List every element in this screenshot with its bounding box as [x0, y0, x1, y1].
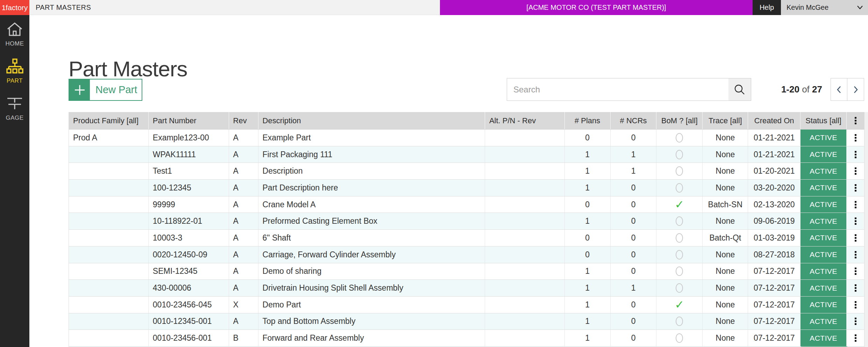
cell-trace: None [703, 247, 748, 263]
cell-part-number: WPAK11111 [149, 146, 229, 163]
cell-rev: A [229, 313, 258, 330]
column-header-trace[interactable]: Trace [all] [703, 112, 748, 129]
cell-created-on: 02-13-2020 [748, 196, 801, 213]
column-header-plans[interactable]: # Plans [565, 112, 611, 129]
cell-trace: None [703, 130, 748, 146]
row-menu-button[interactable] [847, 213, 864, 229]
column-header-created-on[interactable]: Created On [748, 112, 801, 129]
cell-part-number: Example123-00 [149, 130, 229, 146]
kebab-icon [855, 284, 856, 292]
cell-status: ACTIVE [801, 280, 847, 296]
bom-empty-circle-icon [676, 166, 683, 176]
column-header-description[interactable]: Description [258, 112, 485, 129]
table-row[interactable]: Test1 A Description 1 1 None 01-20-2021 … [69, 163, 864, 180]
cell-trace: None [703, 213, 748, 229]
cell-trace: None [703, 180, 748, 196]
cell-bom [656, 263, 703, 280]
column-header-status[interactable]: Status [all] [801, 112, 847, 129]
cell-plans: 0 [565, 130, 611, 146]
cell-product-family [69, 180, 149, 196]
search-input[interactable] [507, 78, 728, 100]
row-menu-button[interactable] [847, 280, 864, 296]
row-menu-button[interactable] [847, 196, 864, 213]
kebab-icon [855, 268, 856, 275]
cell-created-on: 09-06-2019 [748, 213, 801, 229]
table-row[interactable]: 10003-3 A 6" Shaft 0 0 Batch-Qt 01-03-20… [69, 230, 864, 247]
cell-product-family [69, 196, 149, 213]
column-header-product-family[interactable]: Product Family [all] [69, 112, 149, 129]
cell-bom [656, 163, 703, 179]
vertical-scrollbar[interactable] [865, 112, 868, 347]
column-header-alt-pn[interactable]: Alt. P/N - Rev [485, 112, 565, 129]
kebab-icon [855, 318, 856, 325]
row-menu-button[interactable] [847, 297, 864, 313]
cell-plans: 1 [565, 313, 611, 330]
main-content: Part Masters New Part 1-20 of 27 [29, 15, 868, 347]
sidebar-item-part[interactable]: PART [0, 58, 29, 84]
cell-trace: None [703, 330, 748, 346]
cell-bom: ✓ [656, 297, 703, 313]
cell-plans: 0 [565, 230, 611, 246]
gage-caliper-icon [6, 95, 23, 112]
cell-ncrs: 0 [611, 247, 657, 263]
cell-product-family [69, 330, 149, 346]
row-menu-button[interactable] [847, 313, 864, 330]
table-row[interactable]: 0010-23456-001 B Forward and Rear Assemb… [69, 330, 864, 347]
table-row[interactable]: 100-12345 A Part Description here 1 0 No… [69, 180, 864, 196]
new-part-button[interactable]: New Part [69, 79, 142, 101]
sidebar-item-gage[interactable]: GAGE [0, 95, 29, 122]
row-menu-button[interactable] [847, 146, 864, 163]
part-masters-page: 1factory PART MASTERS [ACME MOTOR CO (TE… [0, 0, 868, 347]
column-header-menu[interactable] [847, 112, 864, 129]
row-menu-button[interactable] [847, 230, 864, 246]
table-row[interactable]: 10-118922-01 A Preformed Casting Element… [69, 213, 864, 230]
row-menu-button[interactable] [847, 330, 864, 346]
cell-ncrs: 0 [611, 130, 657, 146]
cell-rev: A [229, 163, 258, 179]
table-row[interactable]: 0020-12450-09 A Carriage, Forward Cylind… [69, 247, 864, 263]
column-header-part-number[interactable]: Part Number [149, 112, 229, 129]
cell-plans: 1 [565, 297, 611, 313]
row-menu-button[interactable] [847, 180, 864, 196]
row-menu-button[interactable] [847, 163, 864, 179]
cell-ncrs: 0 [611, 213, 657, 229]
search-button[interactable] [728, 78, 751, 100]
cell-ncrs: 0 [611, 180, 657, 196]
help-button[interactable]: Help [753, 0, 781, 15]
table-row[interactable]: 99999 A Crane Model A 0 0 ✓ Batch-SN 02-… [69, 196, 864, 213]
table-row[interactable]: 0010-23456-045 X Demo Part 1 0 ✓ None 07… [69, 297, 864, 313]
cell-part-number: 0010-23456-045 [149, 297, 229, 313]
status-badge: ACTIVE [801, 297, 846, 313]
cell-created-on: 07-12-2017 [748, 330, 801, 346]
cell-created-on: 01-20-2021 [748, 163, 801, 179]
cell-bom [656, 130, 703, 146]
cell-bom [656, 180, 703, 196]
status-badge: ACTIVE [801, 163, 846, 179]
cell-trace: None [703, 263, 748, 280]
column-header-ncrs[interactable]: # NCRs [611, 112, 657, 129]
table-row[interactable]: 430-00006 A Drivetrain Housing Split She… [69, 280, 864, 297]
cell-bom [656, 280, 703, 296]
table-row[interactable]: Prod A Example123-00 A Example Part 0 0 … [69, 130, 864, 146]
cell-bom [656, 330, 703, 346]
prev-page-button[interactable] [831, 78, 847, 101]
cell-bom [656, 313, 703, 330]
row-menu-button[interactable] [847, 263, 864, 280]
status-badge: ACTIVE [801, 146, 846, 163]
cell-alt-pn [485, 196, 565, 213]
sidebar-item-home[interactable]: HOME [0, 21, 29, 47]
table-row[interactable]: SEMI-12345 A Demo of sharing 1 0 None 07… [69, 263, 864, 280]
column-header-rev[interactable]: Rev [229, 112, 258, 129]
cell-part-number: 0010-12345-001 [149, 313, 229, 330]
bom-check-icon: ✓ [675, 199, 684, 210]
row-menu-button[interactable] [847, 247, 864, 263]
cell-product-family [69, 213, 149, 229]
user-menu[interactable]: Kevin McGee [781, 0, 868, 15]
cell-description: Drivetrain Housing Split Shell Assembly [258, 280, 485, 296]
bom-empty-circle-icon [676, 233, 683, 243]
column-header-bom[interactable]: BoM ? [all] [656, 112, 703, 129]
next-page-button[interactable] [847, 78, 864, 101]
row-menu-button[interactable] [847, 130, 864, 146]
table-row[interactable]: WPAK11111 A First Packaging 111 1 1 None… [69, 146, 864, 163]
table-row[interactable]: 0010-12345-001 A Top and Bottom Assembly… [69, 313, 864, 330]
